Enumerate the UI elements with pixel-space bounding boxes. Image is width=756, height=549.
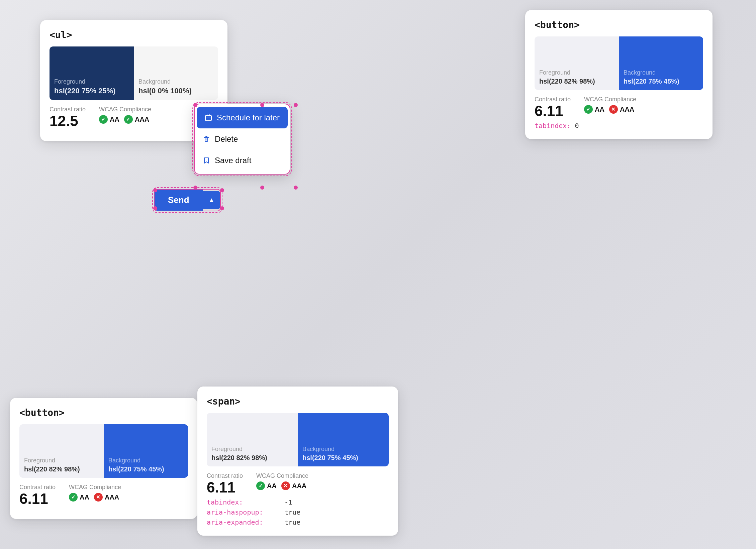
button-bottom-bg-swatch: Background hsl(220 75% 45%) bbox=[104, 424, 188, 478]
button-bottom-fg-value: hsl(220 82% 98%) bbox=[24, 465, 99, 473]
ul-aa-label: AA bbox=[110, 116, 119, 123]
button-top-fg-label: Foreground bbox=[539, 69, 614, 76]
button-top-aa-icon: ✓ bbox=[584, 105, 593, 114]
card-span-tag: <span> bbox=[207, 396, 389, 407]
button-top-swatches: Foreground hsl(220 82% 98%) Background h… bbox=[535, 36, 703, 90]
card-ul-tag: <ul> bbox=[50, 29, 218, 40]
button-bottom-contrast-label: Contrast ratio bbox=[19, 484, 56, 491]
send-button[interactable]: Send bbox=[155, 190, 203, 211]
send-chevron-button[interactable]: ▲ bbox=[203, 191, 220, 209]
button-bottom-contrast-block: Contrast ratio 6.11 bbox=[19, 484, 56, 506]
ul-wcag-badges: ✓ AA ✓ AAA bbox=[99, 115, 151, 124]
bookmark-icon bbox=[203, 157, 210, 164]
span-aria-expanded-value: true bbox=[284, 518, 300, 526]
svg-rect-0 bbox=[205, 115, 211, 121]
ul-fg-label: Foreground bbox=[54, 78, 129, 85]
card-button-bottom-tag: <button> bbox=[19, 407, 188, 418]
span-wcag-label: WCAG Compliance bbox=[256, 472, 308, 479]
calendar-icon bbox=[205, 114, 212, 121]
dot-tr bbox=[294, 103, 298, 107]
span-aria-expanded-label: aria-expanded: bbox=[207, 518, 280, 526]
ul-wcag-label: WCAG Compliance bbox=[99, 106, 151, 113]
button-bottom-wcag-block: WCAG Compliance ✓ AA ✕ AAA bbox=[69, 484, 121, 502]
span-tabindex-value: -1 bbox=[284, 498, 292, 506]
button-top-contrast-label: Contrast ratio bbox=[535, 96, 571, 103]
button-bottom-bg-label: Background bbox=[108, 457, 183, 464]
send-label: Send bbox=[168, 195, 189, 205]
span-aaa-label: AAA bbox=[292, 482, 306, 490]
card-button-bottom: <button> Foreground hsl(220 82% 98%) Bac… bbox=[10, 398, 197, 519]
span-aria-expanded-row: aria-expanded: true bbox=[207, 518, 389, 526]
button-top-aaa-label: AAA bbox=[620, 106, 634, 113]
span-aria-haspopup-value: true bbox=[284, 508, 300, 516]
send-dot-tl bbox=[153, 188, 157, 192]
dropdown-item-delete[interactable]: Delete bbox=[195, 128, 290, 150]
span-aria-rows: tabindex: -1 aria-haspopup: true aria-ex… bbox=[207, 498, 389, 526]
ul-fg-value: hsl(220 75% 25%) bbox=[54, 87, 129, 95]
button-top-wcag-block: WCAG Compliance ✓ AA ✕ AAA bbox=[584, 96, 636, 114]
dropdown-item-schedule[interactable]: Schedule for later bbox=[197, 107, 288, 128]
card-button-top-tag: <button> bbox=[535, 19, 703, 30]
ul-contrast-block: Contrast ratio 12.5 bbox=[50, 106, 86, 128]
schedule-label: Schedule for later bbox=[217, 113, 280, 122]
ul-stats: Contrast ratio 12.5 WCAG Compliance ✓ AA… bbox=[50, 106, 218, 128]
button-bottom-wcag-badges: ✓ AA ✕ AAA bbox=[69, 493, 121, 502]
delete-label: Delete bbox=[215, 134, 238, 144]
button-top-bg-label: Background bbox=[624, 69, 698, 76]
ul-bg-label: Background bbox=[138, 78, 213, 85]
ul-bg-value: hsl(0 0% 100%) bbox=[138, 87, 213, 95]
button-top-tabindex-value: 0 bbox=[575, 122, 579, 130]
span-contrast-block: Contrast ratio 6.11 bbox=[207, 472, 243, 495]
button-bottom-aaa-icon: ✕ bbox=[94, 493, 103, 502]
dropdown-menu: Schedule for later Delete Save draft bbox=[194, 104, 290, 175]
span-swatches: Foreground hsl(220 82% 98%) Background h… bbox=[207, 413, 389, 466]
span-aria-haspopup-row: aria-haspopup: true bbox=[207, 508, 389, 516]
send-button-group[interactable]: Send ▲ bbox=[154, 189, 221, 211]
button-top-bg-swatch: Background hsl(220 75% 45%) bbox=[619, 36, 703, 90]
ul-aa-badge: ✓ AA bbox=[99, 115, 119, 124]
button-top-tabindex-label: tabindex: bbox=[535, 122, 571, 130]
button-bottom-fg-label: Foreground bbox=[24, 457, 99, 464]
span-aaa-badge: ✕ AAA bbox=[281, 481, 306, 490]
button-top-contrast-value: 6.11 bbox=[535, 104, 571, 118]
span-aa-label: AA bbox=[267, 482, 277, 490]
ul-bg-swatch: Background hsl(0 0% 100%) bbox=[134, 46, 218, 100]
chevron-up-icon: ▲ bbox=[208, 196, 215, 204]
button-top-aa-label: AA bbox=[595, 106, 604, 113]
dropdown-item-save-draft[interactable]: Save draft bbox=[195, 150, 290, 171]
span-wcag-badges: ✓ AA ✕ AAA bbox=[256, 481, 308, 490]
button-bottom-aa-badge: ✓ AA bbox=[69, 493, 89, 502]
ul-aaa-label: AAA bbox=[135, 116, 149, 123]
save-draft-label: Save draft bbox=[215, 156, 251, 165]
button-top-stats: Contrast ratio 6.11 WCAG Compliance ✓ AA… bbox=[535, 96, 703, 118]
button-bottom-aaa-label: AAA bbox=[105, 493, 119, 501]
dot-bl bbox=[193, 186, 197, 190]
button-top-wcag-label: WCAG Compliance bbox=[584, 96, 636, 103]
card-span: <span> Foreground hsl(220 82% 98%) Backg… bbox=[197, 387, 398, 536]
span-aria-haspopup-label: aria-haspopup: bbox=[207, 508, 280, 516]
button-top-aa-badge: ✓ AA bbox=[584, 105, 604, 114]
button-bottom-bg-value: hsl(220 75% 45%) bbox=[108, 465, 183, 473]
button-bottom-aa-label: AA bbox=[80, 493, 89, 501]
card-button-top: <button> Foreground hsl(220 82% 98%) Bac… bbox=[525, 10, 713, 139]
span-stats: Contrast ratio 6.11 WCAG Compliance ✓ AA… bbox=[207, 472, 389, 495]
ul-fg-swatch: Foreground hsl(220 75% 25%) bbox=[50, 46, 134, 100]
span-bg-label: Background bbox=[302, 446, 384, 453]
button-bottom-aa-icon: ✓ bbox=[69, 493, 78, 502]
span-aa-icon: ✓ bbox=[256, 481, 265, 490]
ul-contrast-value: 12.5 bbox=[50, 114, 86, 128]
button-top-aaa-badge: ✕ AAA bbox=[609, 105, 634, 114]
button-top-fg-swatch: Foreground hsl(220 82% 98%) bbox=[535, 36, 619, 90]
button-bottom-swatches: Foreground hsl(220 82% 98%) Background h… bbox=[19, 424, 188, 478]
button-bottom-fg-swatch: Foreground hsl(220 82% 98%) bbox=[19, 424, 104, 478]
span-wcag-block: WCAG Compliance ✓ AA ✕ AAA bbox=[256, 472, 308, 490]
dot-br bbox=[294, 186, 298, 190]
ul-contrast-label: Contrast ratio bbox=[50, 106, 86, 113]
dot-bm bbox=[260, 186, 264, 190]
send-dot-bl bbox=[153, 206, 157, 210]
send-dot-br bbox=[220, 206, 224, 210]
span-aa-badge: ✓ AA bbox=[256, 481, 277, 490]
button-top-fg-value: hsl(220 82% 98%) bbox=[539, 78, 614, 85]
button-bottom-aaa-badge: ✕ AAA bbox=[94, 493, 119, 502]
span-bg-swatch: Background hsl(220 75% 45%) bbox=[298, 413, 389, 466]
